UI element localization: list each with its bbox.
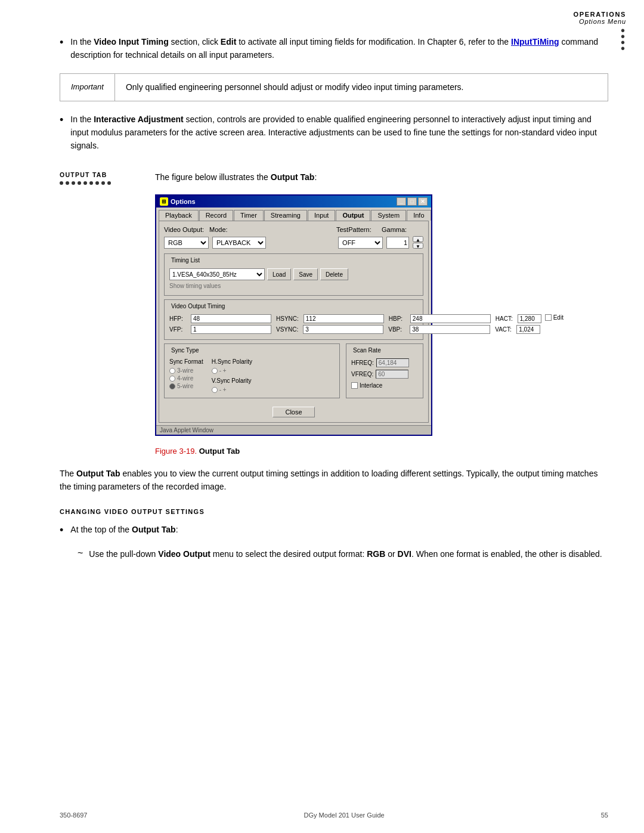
- mode-select[interactable]: PLAYBACK: [212, 237, 266, 249]
- important-box: Important Only qualified engineering per…: [60, 73, 608, 101]
- vfp-row: VFP: VSYNC: VBP: VACT:: [169, 325, 541, 334]
- radio-4wire-label: 4-wire: [177, 375, 193, 382]
- tilde-symbol: ~: [78, 548, 83, 561]
- test-pattern-select[interactable]: OFF: [338, 237, 383, 249]
- h-sync-minus[interactable]: - +: [212, 367, 252, 374]
- dvi-bold: DVI: [398, 549, 411, 559]
- load-button[interactable]: Load: [267, 268, 291, 280]
- tab-system[interactable]: System: [371, 210, 406, 221]
- changing-bullet-item: • At the top of the Output Tab:: [60, 524, 608, 538]
- delete-button[interactable]: Delete: [320, 268, 348, 280]
- video-output-label: Video Output:: [164, 226, 206, 233]
- dot-2: [66, 181, 69, 185]
- radio-3wire-label: 3-wire: [177, 367, 193, 374]
- v-sync-polarity-label: V.Sync Polarity: [212, 377, 252, 384]
- h-sync-minus-circle: [212, 368, 218, 374]
- dialog-title-text: Options: [171, 198, 196, 205]
- dialog-icon: ⊞: [160, 197, 168, 206]
- vbp-input[interactable]: [410, 325, 490, 334]
- figure-number: Figure 3-19.: [155, 447, 197, 456]
- bullet-text-1: In the Video Input Timing section, click…: [70, 36, 608, 61]
- hfp-row: HFP: HSYNC: HBP: HACT:: [169, 314, 541, 323]
- video-output-timing-legend: Video Output Timing: [169, 303, 227, 309]
- dot-5: [83, 181, 87, 185]
- main-content: • In the Video Input Timing section, cli…: [60, 36, 608, 561]
- vsync-input[interactable]: [303, 325, 383, 334]
- close-window-button[interactable]: ✕: [418, 197, 428, 206]
- radio-3wire[interactable]: 3-wire: [169, 367, 203, 374]
- sync-type-group: Sync Type Sync Format 3-wire: [164, 343, 340, 398]
- interactive-adjustment-bold: Interactive Adjustment: [94, 114, 183, 124]
- video-output-timing-group: Video Output Timing HFP: HSYNC: HBP:: [164, 299, 423, 340]
- h-sync-polarity-label: H.Sync Polarity: [212, 358, 252, 365]
- gamma-down-button[interactable]: ▼: [413, 243, 423, 249]
- body-paragraph: The Output Tab enables you to view the c…: [60, 467, 608, 493]
- tab-playback[interactable]: Playback: [159, 210, 199, 221]
- edit-bold: Edit: [221, 37, 236, 47]
- vfp-label: VFP:: [169, 326, 186, 333]
- save-button[interactable]: Save: [293, 268, 318, 280]
- important-label: Important: [60, 74, 115, 101]
- hact-input[interactable]: [518, 314, 541, 323]
- timing-list-select[interactable]: 1.VESA_640x350_85Hz: [169, 268, 265, 280]
- close-button[interactable]: Close: [273, 407, 314, 417]
- radio-5wire[interactable]: 5-wire: [169, 383, 203, 389]
- tilde-item-1: ~ Use the pull-down Video Output menu to…: [78, 548, 608, 561]
- tab-timer[interactable]: Timer: [234, 210, 264, 221]
- output-tab-intro-text: The figure below illustrates the Output …: [155, 170, 317, 184]
- interlace-checkbox[interactable]: [351, 382, 358, 389]
- options-menu-label: Options Menu: [574, 18, 626, 25]
- gamma-input[interactable]: [386, 237, 409, 249]
- tilde-section: ~ Use the pull-down Video Output menu to…: [78, 548, 608, 561]
- output-values-row: RGB PLAYBACK OFF ▲ ▼: [164, 236, 423, 249]
- v-sync-minus-circle: [212, 387, 218, 393]
- sync-format-col: Sync Format 3-wire 4-wire: [169, 358, 203, 394]
- hsync-label: HSYNC:: [276, 315, 299, 322]
- dot-9: [107, 181, 111, 185]
- test-pattern-label: TestPattern:: [336, 226, 378, 233]
- minimize-button[interactable]: _: [397, 197, 406, 206]
- tab-record[interactable]: Record: [199, 210, 233, 221]
- radio-4wire[interactable]: 4-wire: [169, 375, 203, 382]
- java-applet-bar: Java Applet Window: [156, 425, 431, 435]
- output-tab-section: OUTPUT TAB The figure below illustrates …: [60, 170, 608, 561]
- tab-streaming[interactable]: Streaming: [264, 210, 307, 221]
- output-tab-body-bold: Output Tab: [76, 469, 120, 478]
- options-dialog: ⊞ Options _ □ ✕ Playback Record Timer St…: [155, 194, 432, 436]
- rgb-bold: RGB: [367, 549, 385, 559]
- dot-1: [60, 181, 63, 185]
- edit-checkbox[interactable]: [545, 314, 552, 321]
- hbp-input[interactable]: [410, 314, 491, 323]
- input-timing-link[interactable]: INputTiMing: [511, 37, 559, 47]
- dot-3: [72, 181, 75, 185]
- hsync-input[interactable]: [304, 314, 384, 323]
- output-top-row: Video Output: Mode: TestPattern: Gamma:: [164, 226, 423, 233]
- bullet-section-1: • In the Video Input Timing section, cli…: [60, 36, 608, 61]
- radio-5wire-circle: [169, 383, 175, 389]
- tab-input[interactable]: Input: [308, 210, 335, 221]
- footer-left: 350-8697: [60, 812, 88, 819]
- operations-label: OPERATIONS: [574, 11, 626, 18]
- bullet-section-2: • In the Interactive Adjustment section,…: [60, 113, 608, 152]
- hact-label: HACT:: [496, 315, 513, 322]
- v-sync-minus-label: - +: [219, 386, 227, 393]
- tab-output[interactable]: Output: [336, 210, 370, 221]
- tab-info[interactable]: Info: [407, 210, 431, 221]
- maximize-button[interactable]: □: [407, 197, 417, 206]
- dialog-title-left: ⊞ Options: [160, 197, 196, 206]
- bullet-dot-1: •: [60, 35, 63, 61]
- vfp-input[interactable]: [191, 325, 271, 334]
- video-output-select[interactable]: RGB: [164, 237, 209, 249]
- bullet-item-1: • In the Video Input Timing section, cli…: [60, 36, 608, 61]
- hfp-input[interactable]: [191, 314, 271, 323]
- v-sync-minus[interactable]: - +: [212, 386, 252, 393]
- hfreq-input: [376, 358, 409, 367]
- output-tab-label-area: OUTPUT TAB: [60, 170, 155, 185]
- vact-input[interactable]: [516, 325, 540, 334]
- timing-list-row: 1.VESA_640x350_85Hz Load Save Delete: [169, 268, 418, 280]
- gamma-label: Gamma:: [382, 226, 423, 233]
- gamma-up-button[interactable]: ▲: [413, 236, 423, 242]
- output-tab-label: OUTPUT TAB: [60, 171, 155, 178]
- output-tab-content: Video Output: Mode: TestPattern: Gamma: …: [159, 221, 429, 423]
- video-output-ref-bold: Video Output: [158, 549, 210, 559]
